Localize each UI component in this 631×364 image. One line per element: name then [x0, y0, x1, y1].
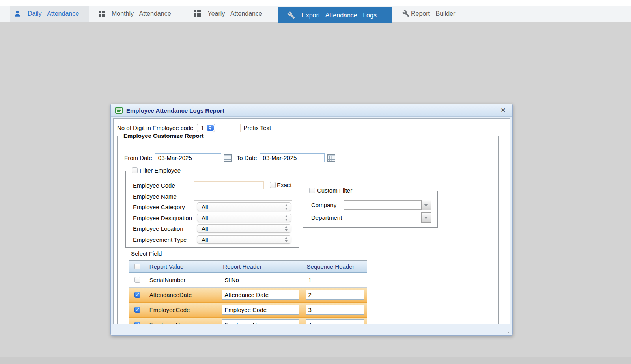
department-row: Department [311, 212, 431, 223]
employee-designation-select[interactable]: All [197, 214, 291, 222]
employee-location-select[interactable]: All [197, 224, 291, 233]
digit-config-row: No of Digit in Employee code 1 Prefix Te… [117, 123, 271, 132]
person-icon [14, 10, 21, 17]
digit-count-stepper[interactable]: 1 [197, 124, 215, 132]
table-row: EmployeeCode [129, 303, 367, 318]
stepper-updown-icon[interactable] [207, 125, 214, 131]
employment-type-row: Employeement Type All [133, 235, 291, 244]
row-checkbox[interactable] [134, 277, 140, 283]
report-header-input[interactable] [222, 319, 299, 324]
sequence-header-input[interactable] [306, 319, 364, 324]
row-checkbox[interactable] [134, 322, 140, 325]
close-icon[interactable]: ✕ [498, 107, 508, 114]
nav-label: Export Attendance Logs [302, 12, 377, 19]
company-input[interactable] [344, 200, 422, 210]
resize-grip[interactable] [506, 329, 510, 333]
filter-employee-legend: Filter Employee [140, 167, 181, 174]
dialog-content: No of Digit in Employee code 1 Prefix Te… [113, 118, 510, 324]
chevron-updown-icon [285, 215, 288, 221]
grid-3x3-icon [194, 10, 201, 17]
employee-designation-row: Employee Designation All [133, 214, 291, 222]
sequence-header-input[interactable] [306, 290, 364, 300]
digit-count-value: 1 [201, 125, 204, 131]
nav-label: Report Builder [411, 10, 455, 17]
column-header-report-value: Report Value [146, 261, 219, 272]
select-all-checkbox[interactable] [134, 264, 140, 269]
wrench-icon [402, 10, 410, 17]
customize-legend: Employee Customize Report [121, 132, 205, 139]
exact-option: Exact [270, 182, 292, 188]
grid-2x2-icon [99, 11, 105, 17]
to-date-input[interactable] [260, 153, 325, 162]
dialog-titlebar[interactable]: Employee Attendance Logs Report ✕ [111, 104, 512, 117]
chevron-updown-icon [285, 226, 288, 232]
nav-item-monthly-attendance[interactable]: Monthly Attendance [99, 6, 171, 22]
employee-code-label: Employee Code [133, 182, 194, 189]
employee-location-label: Employee Location [133, 225, 194, 232]
from-date-input[interactable] [155, 153, 221, 162]
filter-employee-checkbox[interactable] [132, 167, 138, 173]
table-row: AttendanceDate [129, 288, 367, 303]
nav-label: Daily Attendance [28, 10, 79, 17]
employee-category-row: Employee Category All [133, 202, 291, 211]
department-label: Department [311, 214, 344, 221]
employment-type-label: Employeement Type [133, 236, 194, 243]
sequence-header-input[interactable] [306, 305, 364, 315]
department-dropdown-button[interactable] [421, 212, 431, 223]
employee-attendance-logs-dialog: Employee Attendance Logs Report ✕ No of … [110, 104, 513, 336]
report-header-input[interactable] [222, 305, 299, 315]
nav-item-export-attendance-logs[interactable]: Export Attendance Logs [278, 7, 392, 23]
nav-item-daily-attendance[interactable]: Daily Attendance [10, 6, 89, 22]
date-range-row: From Date To Date [124, 153, 335, 162]
select-field-legend: Select Field [129, 250, 164, 257]
employment-type-select[interactable]: All [197, 235, 291, 244]
custom-filter-legend: Custom Filter [317, 187, 352, 194]
row-checkbox[interactable] [134, 307, 140, 313]
employee-code-row: Employee Code [133, 181, 264, 189]
window-top-strip [0, 0, 631, 6]
employee-location-row: Employee Location All [133, 224, 291, 233]
prefix-text-input[interactable] [218, 124, 241, 132]
employee-name-row: Employee Name [133, 192, 292, 201]
report-document-icon [115, 107, 123, 114]
to-date-label: To Date [237, 154, 257, 161]
digit-count-label: No of Digit in Employee code [117, 124, 193, 131]
exact-checkbox[interactable] [270, 182, 276, 188]
employee-code-input[interactable] [194, 181, 264, 189]
table-row: SerialNumber [129, 273, 367, 288]
report-header-input[interactable] [222, 290, 299, 300]
row-checkbox[interactable] [134, 292, 140, 298]
sequence-header-input[interactable] [306, 275, 364, 285]
company-row: Company [311, 200, 431, 210]
chevron-updown-icon [285, 204, 288, 210]
filter-employee-fieldset: Filter Employee Employee Code Exact Empl… [125, 171, 299, 248]
column-header-report-header: Report Header [219, 261, 303, 272]
nav-label: Monthly Attendance [112, 10, 171, 17]
report-header-input[interactable] [222, 275, 299, 285]
report-value-cell: EmployeeCode [146, 306, 219, 313]
select-field-table: Report Value Report Header Sequence Head… [129, 260, 367, 324]
employee-category-label: Employee Category [133, 204, 194, 210]
dialog-title: Employee Attendance Logs Report [126, 107, 224, 114]
employee-name-input[interactable] [194, 192, 292, 201]
screen: Daily Attendance Monthly Attendance Year… [0, 0, 631, 364]
main-navbar: Daily Attendance Monthly Attendance Year… [0, 6, 631, 22]
employee-customize-report-fieldset: Employee Customize Report From Date To D… [117, 136, 499, 324]
column-header-sequence-header: Sequence Header [303, 261, 367, 272]
department-input[interactable] [344, 213, 422, 222]
employee-designation-label: Employee Designation [133, 215, 194, 221]
table-header-row: Report Value Report Header Sequence Head… [129, 261, 367, 273]
prefix-text-label: Prefix Text [243, 124, 271, 131]
exact-label: Exact [277, 182, 292, 188]
nav-item-report-builder[interactable]: Report Builder [402, 6, 455, 22]
window-bottom-band [0, 357, 631, 364]
calendar-icon[interactable] [224, 154, 232, 162]
custom-filter-checkbox[interactable] [309, 188, 315, 193]
company-dropdown-button[interactable] [421, 200, 431, 210]
custom-filter-fieldset: Custom Filter Company Department [303, 191, 438, 228]
from-date-label: From Date [124, 154, 152, 161]
employee-category-select[interactable]: All [197, 202, 291, 211]
nav-item-yearly-attendance[interactable]: Yearly Attendance [194, 6, 262, 22]
calendar-icon[interactable] [327, 154, 335, 162]
select-field-fieldset: Select Field Report Value Report Header … [125, 254, 474, 324]
